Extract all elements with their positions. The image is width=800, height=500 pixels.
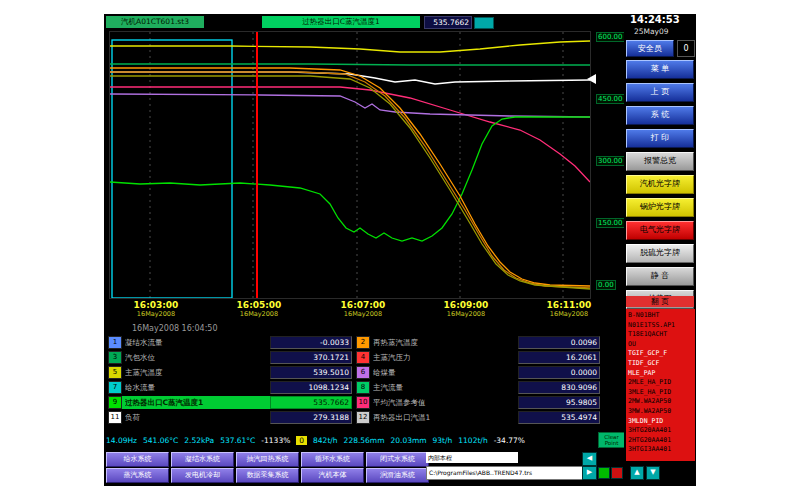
pane-label: 内部本程 bbox=[426, 452, 518, 463]
zoom-selection-box[interactable] bbox=[112, 40, 232, 298]
alarm-tag[interactable]: 2HTG20AA401 bbox=[628, 436, 694, 446]
trend-chart-canvas[interactable] bbox=[110, 32, 590, 298]
legend-row[interactable]: 9过热器出口C蒸汽温度1535.7662 bbox=[108, 396, 352, 409]
alarm-tag[interactable]: N01E1TSS.AP1 bbox=[628, 321, 694, 331]
pen-name: 主蒸汽温度 bbox=[125, 368, 270, 378]
pan-right-button[interactable]: ▶ bbox=[582, 466, 597, 480]
scale-marker-icon[interactable] bbox=[587, 74, 596, 84]
alarm-tag[interactable]: 3MW.WA2AP50 bbox=[628, 407, 694, 417]
scale-value-label: 600.00 bbox=[596, 32, 625, 42]
trend-file-path-input[interactable]: C:\ProgramFiles\ABB..TREND47.trs bbox=[426, 466, 584, 480]
sidebar-button[interactable]: 静 音 bbox=[626, 267, 694, 286]
alarm-tag[interactable]: 3HTGI3AA401 bbox=[628, 445, 694, 455]
scale-value-label: 450.00 bbox=[596, 94, 625, 104]
pen-color-box: 12 bbox=[356, 411, 370, 424]
time-label-date: 16May2008 bbox=[537, 310, 601, 318]
stop-button[interactable] bbox=[611, 467, 623, 479]
time-axis-label: 16:07:0016May2008 bbox=[331, 300, 395, 318]
system-tab[interactable]: 润滑油系统 bbox=[366, 468, 429, 483]
legend-row[interactable]: 11负荷279.3188 bbox=[108, 411, 352, 424]
time-label-time: 16:03:00 bbox=[124, 300, 188, 310]
alarm-tag[interactable]: 3MLE_HA_PID bbox=[628, 388, 694, 398]
legend-row[interactable]: 1凝结水流量-0.0033 bbox=[108, 336, 352, 349]
pen-color-box: 11 bbox=[108, 411, 122, 424]
pen-color-box: 3 bbox=[108, 351, 122, 364]
pen-color-box: 4 bbox=[356, 351, 370, 364]
trend-line bbox=[110, 41, 590, 52]
system-tab[interactable]: 循环水系统 bbox=[301, 452, 364, 467]
trend-chart[interactable] bbox=[110, 32, 590, 298]
legend-row[interactable]: 6给煤量0.0000 bbox=[356, 366, 600, 379]
legend-row[interactable]: 3汽包水位370.1721 bbox=[108, 351, 352, 364]
sidebar-button[interactable]: 系 统 bbox=[626, 106, 694, 125]
legend-row[interactable]: 8主汽流量830.9096 bbox=[356, 381, 600, 394]
alarm-tag[interactable]: 2MLE_HA_PID bbox=[628, 378, 694, 388]
status-value: 228.56mm bbox=[344, 436, 385, 445]
alarm-tag[interactable]: TIDF_GCF bbox=[628, 359, 694, 369]
sidebar-button[interactable]: 打 印 bbox=[626, 129, 694, 148]
legend-row[interactable]: 2再热蒸汽温度0.0096 bbox=[356, 336, 600, 349]
legend-row[interactable]: 5主蒸汽温度539.5010 bbox=[108, 366, 352, 379]
trend-line bbox=[110, 87, 590, 182]
alarm-tag[interactable]: T18E1QACHT bbox=[628, 330, 694, 340]
pen-color-box: 2 bbox=[356, 336, 370, 349]
pen-color-indicator[interactable] bbox=[474, 17, 494, 29]
time-axis-label: 16:05:0016May2008 bbox=[227, 300, 291, 318]
alarm-tag[interactable]: 2MW.WA2AP50 bbox=[628, 397, 694, 407]
trend-line bbox=[110, 64, 590, 65]
operator-button[interactable]: 安全员 bbox=[626, 40, 674, 57]
value-scale: 600.00450.00300.00150.000.00 bbox=[592, 32, 626, 298]
trend-file-tab[interactable]: 汽机A01CT601.st3 bbox=[106, 16, 204, 28]
sidebar-button[interactable]: 电气光字牌 bbox=[626, 221, 694, 240]
pen-current-value: 1098.1234 bbox=[270, 381, 352, 394]
alarm-tag[interactable]: B-N01BHT bbox=[628, 311, 694, 321]
legend-row[interactable]: 7给水流量1098.1234 bbox=[108, 381, 352, 394]
system-tab[interactable]: 蒸汽系统 bbox=[106, 468, 169, 483]
time-label-time: 16:05:00 bbox=[227, 300, 291, 310]
status-value: 0 bbox=[296, 436, 307, 445]
time-axis-label: 16:11:0016May2008 bbox=[537, 300, 601, 318]
alarm-tag[interactable]: OU bbox=[628, 340, 694, 350]
status-value: 93t/h bbox=[433, 436, 453, 445]
time-label-date: 16May2008 bbox=[227, 310, 291, 318]
alarm-tag[interactable]: TGIF_GCP_F bbox=[628, 349, 694, 359]
legend-left-column: 1凝结水流量-0.00333汽包水位370.17215主蒸汽温度539.5010… bbox=[108, 336, 352, 426]
trend-line bbox=[110, 94, 590, 117]
alarm-scroll-down-button[interactable]: ▼ bbox=[646, 466, 660, 480]
status-value: 541.06°C bbox=[143, 436, 178, 445]
system-tab[interactable]: 闭式水系统 bbox=[366, 452, 429, 467]
system-tab[interactable]: 数据采集系统 bbox=[236, 468, 299, 483]
sidebar-button[interactable]: 脱硫光字牌 bbox=[626, 244, 694, 263]
legend-right-column: 2再热蒸汽温度0.00964主蒸汽压力16.20616给煤量0.00008主汽流… bbox=[356, 336, 600, 426]
alarm-scroll-up-button[interactable]: ▲ bbox=[630, 466, 644, 480]
legend-row[interactable]: 10平均汽温参考值95.9805 bbox=[356, 396, 600, 409]
legend-row[interactable]: 4主蒸汽压力16.2061 bbox=[356, 351, 600, 364]
system-tab[interactable]: 凝结水系统 bbox=[171, 452, 234, 467]
alarm-tag[interactable]: 3MLDN_PID bbox=[628, 417, 694, 427]
pen-current-value: 539.5010 bbox=[270, 366, 352, 379]
time-axis: 16:03:0016May200816:05:0016May200816:07:… bbox=[110, 300, 696, 322]
system-tab[interactable]: 给水系统 bbox=[106, 452, 169, 467]
alarm-tag[interactable]: 3HTG20AA401 bbox=[628, 426, 694, 436]
sidebar-button[interactable]: 菜 单 bbox=[626, 60, 694, 79]
sidebar-button[interactable]: 汽机光字牌 bbox=[626, 175, 694, 194]
legend-row[interactable]: 12再热器出口汽温1535.4974 bbox=[356, 411, 600, 424]
selected-pen-label[interactable]: 过热器出口C蒸汽温度1 bbox=[262, 16, 420, 28]
pan-left-button[interactable]: ◀ bbox=[582, 452, 597, 466]
system-tab[interactable]: 抽汽回热系统 bbox=[236, 452, 299, 467]
pen-name: 主汽流量 bbox=[373, 383, 518, 393]
pen-name: 给水流量 bbox=[125, 383, 270, 393]
sidebar-button[interactable]: 锅炉光字牌 bbox=[626, 198, 694, 217]
clear-point-button[interactable]: Clear Point bbox=[598, 432, 625, 448]
run-button[interactable] bbox=[598, 467, 610, 479]
alarm-tag[interactable]: MLE_PAP bbox=[628, 369, 694, 379]
sidebar-button[interactable]: 报警总览 bbox=[626, 152, 694, 171]
pen-current-value: -0.0033 bbox=[270, 336, 352, 349]
sidebar-button[interactable]: 上 页 bbox=[626, 83, 694, 102]
operator-count: 0 bbox=[677, 40, 695, 57]
system-tab[interactable]: 汽机本体 bbox=[301, 468, 364, 483]
alarm-page-button[interactable]: 翻 页 bbox=[626, 296, 694, 307]
status-bar: 14.09Hz541.06°C2.52kPa537.61°C-1133%0842… bbox=[106, 432, 594, 448]
trend-line bbox=[110, 76, 590, 289]
system-tab[interactable]: 发电机冷却 bbox=[171, 468, 234, 483]
